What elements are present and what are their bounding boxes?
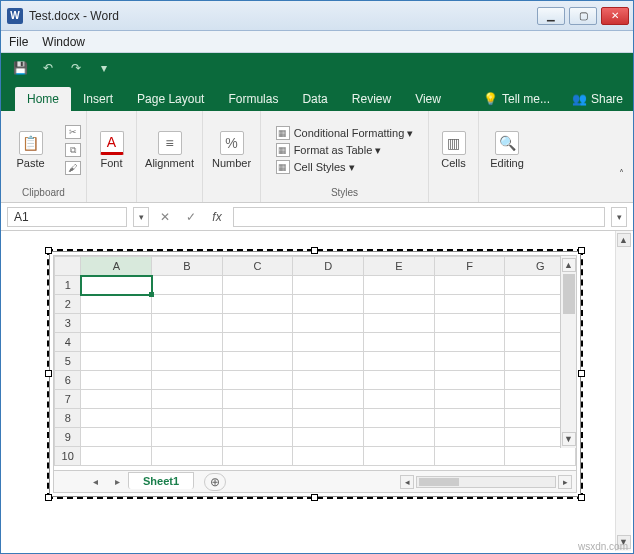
cell[interactable] bbox=[81, 390, 152, 409]
tab-page-layout[interactable]: Page Layout bbox=[125, 87, 216, 111]
expand-formula-bar-icon[interactable]: ▾ bbox=[611, 207, 627, 227]
cell[interactable] bbox=[152, 390, 223, 409]
row-header-9[interactable]: 9 bbox=[55, 428, 81, 447]
row-header-1[interactable]: 1 bbox=[55, 276, 81, 295]
scroll-right-icon[interactable]: ▸ bbox=[558, 475, 572, 489]
col-header-E[interactable]: E bbox=[364, 257, 435, 276]
sheet-vertical-scrollbar[interactable]: ▲ ▼ bbox=[560, 256, 576, 448]
cell[interactable] bbox=[364, 276, 435, 295]
editing-button[interactable]: 🔍Editing bbox=[483, 131, 531, 169]
resize-handle-left-center[interactable] bbox=[45, 370, 52, 377]
resize-handle-bottom-center[interactable] bbox=[311, 494, 318, 501]
row-header-7[interactable]: 7 bbox=[55, 390, 81, 409]
resize-handle-top-right[interactable] bbox=[578, 247, 585, 254]
doc-scroll-up-icon[interactable]: ▲ bbox=[617, 233, 631, 247]
cell[interactable] bbox=[222, 428, 293, 447]
row-header-3[interactable]: 3 bbox=[55, 314, 81, 333]
tab-formulas[interactable]: Formulas bbox=[216, 87, 290, 111]
cell-grid[interactable]: A B C D E F G 1 2 3 4 bbox=[54, 256, 576, 466]
cell[interactable] bbox=[364, 295, 435, 314]
cell[interactable] bbox=[81, 409, 152, 428]
cell[interactable] bbox=[152, 371, 223, 390]
format-painter-icon[interactable]: 🖌 bbox=[65, 161, 81, 175]
resize-handle-top-left[interactable] bbox=[45, 247, 52, 254]
row-header-4[interactable]: 4 bbox=[55, 333, 81, 352]
cell[interactable] bbox=[152, 352, 223, 371]
cell[interactable] bbox=[434, 428, 505, 447]
cell[interactable] bbox=[81, 295, 152, 314]
cell[interactable] bbox=[293, 409, 364, 428]
cell[interactable] bbox=[505, 447, 576, 466]
row-header-2[interactable]: 2 bbox=[55, 295, 81, 314]
cell[interactable] bbox=[81, 314, 152, 333]
cell[interactable] bbox=[152, 314, 223, 333]
scroll-down-icon[interactable]: ▼ bbox=[562, 432, 576, 446]
cell[interactable] bbox=[81, 333, 152, 352]
cell[interactable] bbox=[434, 295, 505, 314]
name-box-dropdown-icon[interactable]: ▾ bbox=[133, 207, 149, 227]
cell[interactable] bbox=[293, 447, 364, 466]
cell-A1[interactable] bbox=[81, 276, 152, 295]
cell[interactable] bbox=[364, 371, 435, 390]
cell[interactable] bbox=[434, 352, 505, 371]
cell[interactable] bbox=[222, 314, 293, 333]
new-sheet-button[interactable]: ⊕ bbox=[204, 473, 226, 491]
col-header-C[interactable]: C bbox=[222, 257, 293, 276]
undo-icon[interactable]: ↶ bbox=[39, 59, 57, 77]
embedded-excel-object[interactable]: A B C D E F G 1 2 3 4 bbox=[47, 249, 583, 499]
row-header-8[interactable]: 8 bbox=[55, 409, 81, 428]
cell-styles-button[interactable]: ▦Cell Styles ▾ bbox=[276, 160, 414, 174]
tab-data[interactable]: Data bbox=[290, 87, 339, 111]
scroll-up-icon[interactable]: ▲ bbox=[562, 258, 576, 272]
alignment-button[interactable]: ≡Alignment bbox=[146, 131, 194, 169]
cell[interactable] bbox=[222, 352, 293, 371]
cell[interactable] bbox=[434, 371, 505, 390]
paste-button[interactable]: 📋 Paste bbox=[7, 131, 55, 169]
cell[interactable] bbox=[81, 428, 152, 447]
minimize-button[interactable]: ▁ bbox=[537, 7, 565, 25]
tab-review[interactable]: Review bbox=[340, 87, 403, 111]
row-header-6[interactable]: 6 bbox=[55, 371, 81, 390]
formula-input[interactable] bbox=[233, 207, 605, 227]
name-box[interactable]: A1 bbox=[7, 207, 127, 227]
col-header-F[interactable]: F bbox=[434, 257, 505, 276]
cut-icon[interactable]: ✂ bbox=[65, 125, 81, 139]
document-vertical-scrollbar[interactable]: ▲ ▼ bbox=[615, 231, 631, 551]
next-sheet-icon[interactable]: ▸ bbox=[106, 476, 128, 487]
cell[interactable] bbox=[364, 390, 435, 409]
row-header-5[interactable]: 5 bbox=[55, 352, 81, 371]
cell[interactable] bbox=[434, 409, 505, 428]
sheet-tab-sheet1[interactable]: Sheet1 bbox=[128, 472, 194, 489]
save-icon[interactable]: 💾 bbox=[11, 59, 29, 77]
col-header-D[interactable]: D bbox=[293, 257, 364, 276]
col-header-B[interactable]: B bbox=[152, 257, 223, 276]
tab-insert[interactable]: Insert bbox=[71, 87, 125, 111]
cell[interactable] bbox=[434, 390, 505, 409]
cell[interactable] bbox=[152, 276, 223, 295]
select-all-corner[interactable] bbox=[55, 257, 81, 276]
cell[interactable] bbox=[222, 390, 293, 409]
number-button[interactable]: %Number bbox=[208, 131, 256, 169]
row-header-10[interactable]: 10 bbox=[55, 447, 81, 466]
cell[interactable] bbox=[222, 447, 293, 466]
scroll-thumb[interactable] bbox=[563, 274, 575, 314]
cell[interactable] bbox=[434, 333, 505, 352]
cell[interactable] bbox=[152, 333, 223, 352]
copy-icon[interactable]: ⧉ bbox=[65, 143, 81, 157]
enter-formula-icon[interactable]: ✓ bbox=[181, 210, 201, 224]
cell[interactable] bbox=[434, 314, 505, 333]
prev-sheet-icon[interactable]: ◂ bbox=[84, 476, 106, 487]
font-button[interactable]: AFont bbox=[88, 131, 136, 169]
cell[interactable] bbox=[222, 371, 293, 390]
cancel-formula-icon[interactable]: ✕ bbox=[155, 210, 175, 224]
cell[interactable] bbox=[364, 314, 435, 333]
cell[interactable] bbox=[293, 371, 364, 390]
cell[interactable] bbox=[364, 333, 435, 352]
resize-handle-bottom-right[interactable] bbox=[578, 494, 585, 501]
maximize-button[interactable]: ▢ bbox=[569, 7, 597, 25]
close-button[interactable]: ✕ bbox=[601, 7, 629, 25]
cell[interactable] bbox=[293, 352, 364, 371]
cell[interactable] bbox=[152, 295, 223, 314]
cell[interactable] bbox=[222, 276, 293, 295]
cell[interactable] bbox=[293, 333, 364, 352]
